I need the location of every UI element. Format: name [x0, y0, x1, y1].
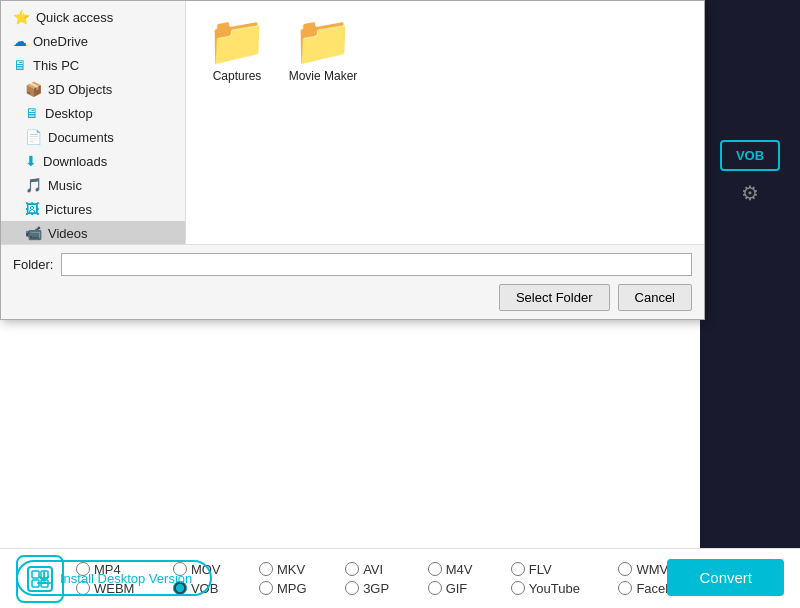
vob-button[interactable]: VOB	[720, 140, 780, 171]
format-gif[interactable]: GIF	[428, 581, 503, 596]
music-sidebar-icon: 🎵	[25, 177, 42, 193]
select-folder-button[interactable]: Select Folder	[499, 284, 610, 311]
sidebar-item-onedrive[interactable]: ☁ OneDrive	[1, 29, 185, 53]
format-youtube[interactable]: YouTube	[511, 581, 611, 596]
folder-captures-icon: 📁	[207, 17, 267, 65]
folder-movie-maker-label: Movie Maker	[289, 69, 358, 83]
folder-movie-maker-icon: 📁	[293, 17, 353, 65]
download-icon	[36, 570, 52, 586]
format-flv[interactable]: FLV	[511, 562, 611, 577]
quick-access-icon: ⭐	[13, 9, 30, 25]
this-pc-icon: 🖥	[13, 57, 27, 73]
videos-icon: 📹	[25, 225, 42, 241]
gear-button[interactable]: ⚙	[741, 181, 759, 205]
file-area: 📁 Captures 📁 Movie Maker	[186, 1, 704, 244]
pictures-icon: 🖼	[25, 201, 39, 217]
dialog-footer: Folder: Select Folder Cancel	[1, 244, 704, 319]
sidebar: ⭐ Quick access ☁ OneDrive 🖥 This PC 📦 3D…	[1, 1, 186, 244]
sidebar-item-this-pc[interactable]: 🖥 This PC	[1, 53, 185, 77]
sidebar-item-downloads[interactable]: ⬇ Downloads	[1, 149, 185, 173]
folder-captures[interactable]: 📁 Captures	[202, 17, 272, 83]
sidebar-item-desktop[interactable]: 🖥 Desktop	[1, 101, 185, 125]
sidebar-item-3d-objects[interactable]: 📦 3D Objects	[1, 77, 185, 101]
sidebar-item-music[interactable]: 🎵 Music	[1, 173, 185, 197]
file-dialog: ⭐ Quick access ☁ OneDrive 🖥 This PC 📦 3D…	[0, 0, 705, 320]
onedrive-icon: ☁	[13, 33, 27, 49]
folder-input[interactable]	[61, 253, 692, 276]
documents-icon: 📄	[25, 129, 42, 145]
folder-row: Folder:	[13, 253, 692, 276]
3d-objects-icon: 📦	[25, 81, 42, 97]
downloads-icon: ⬇	[25, 153, 37, 169]
sidebar-item-videos[interactable]: 📹 Videos	[1, 221, 185, 244]
desktop-icon: 🖥	[25, 105, 39, 121]
cancel-button[interactable]: Cancel	[618, 284, 692, 311]
install-button[interactable]: Install Desktop Version	[16, 560, 212, 596]
sidebar-item-quick-access[interactable]: ⭐ Quick access	[1, 5, 185, 29]
format-avi[interactable]: AVI	[345, 562, 420, 577]
sidebar-item-pictures[interactable]: 🖼 Pictures	[1, 197, 185, 221]
format-3gp[interactable]: 3GP	[345, 581, 420, 596]
convert-button[interactable]: Convert	[667, 559, 784, 596]
format-mkv[interactable]: MKV	[259, 562, 337, 577]
dialog-body: ⭐ Quick access ☁ OneDrive 🖥 This PC 📦 3D…	[1, 1, 704, 244]
folder-captures-label: Captures	[213, 69, 262, 83]
format-m4v[interactable]: M4V	[428, 562, 503, 577]
sidebar-item-documents[interactable]: 📄 Documents	[1, 125, 185, 149]
dialog-buttons: Select Folder Cancel	[13, 284, 692, 311]
right-panel: VOB ⚙	[700, 0, 800, 548]
folder-movie-maker[interactable]: 📁 Movie Maker	[288, 17, 358, 83]
format-mpg[interactable]: MPG	[259, 581, 337, 596]
folder-label: Folder:	[13, 257, 53, 272]
